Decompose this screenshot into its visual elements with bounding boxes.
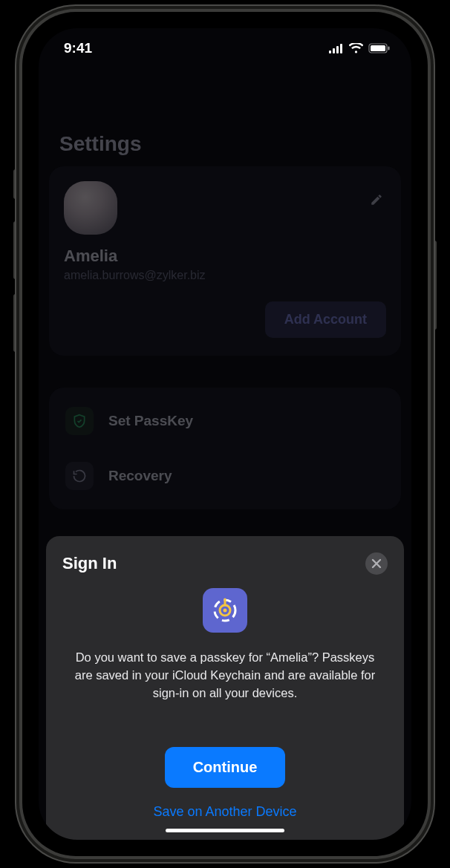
screen: Settings Amelia amelia.burrows@zylker.bi… — [39, 28, 411, 840]
signin-sheet: Sign In Do you want to save a passkey fo… — [46, 536, 404, 840]
settings-list: Set PassKey Recovery — [49, 388, 401, 509]
continue-button[interactable]: Continue — [165, 747, 286, 788]
profile-name: Amelia — [64, 247, 386, 266]
sheet-title: Sign In — [62, 554, 117, 573]
svg-rect-2 — [336, 46, 339, 53]
volume-up-button — [13, 221, 18, 279]
battery-icon — [368, 43, 391, 53]
passkey-app-icon — [203, 588, 247, 633]
avatar[interactable] — [64, 181, 117, 235]
page-title: Settings — [59, 132, 141, 156]
svg-rect-0 — [329, 50, 331, 53]
volume-down-button — [13, 294, 18, 352]
svg-rect-5 — [371, 45, 385, 51]
svg-rect-6 — [388, 47, 390, 50]
ringer-switch — [13, 169, 18, 199]
status-bar: 9:41 — [39, 28, 411, 68]
svg-rect-3 — [340, 44, 342, 53]
sheet-body-text: Do you want to save a passkey for “Ameli… — [62, 649, 388, 702]
list-item-recovery[interactable]: Recovery — [49, 448, 401, 503]
add-account-button[interactable]: Add Account — [265, 301, 386, 338]
home-indicator[interactable] — [166, 829, 284, 832]
status-time: 9:41 — [64, 40, 92, 56]
phone-frame: Settings Amelia amelia.burrows@zylker.bi… — [22, 12, 428, 856]
shield-check-icon — [65, 407, 94, 435]
sheet-header: Sign In — [62, 552, 388, 575]
svg-point-9 — [224, 609, 227, 613]
cellular-icon — [329, 44, 344, 53]
recovery-loop-icon — [65, 462, 94, 490]
profile-card: Amelia amelia.burrows@zylker.biz Add Acc… — [49, 166, 401, 356]
save-another-device-link[interactable]: Save on Another Device — [62, 804, 388, 820]
close-icon[interactable] — [365, 552, 388, 575]
wifi-icon — [349, 43, 363, 53]
list-item-label: Recovery — [108, 468, 172, 484]
svg-rect-1 — [333, 48, 335, 53]
edit-icon[interactable] — [370, 193, 383, 209]
status-icons — [329, 43, 391, 53]
profile-email: amelia.burrows@zylker.biz — [64, 269, 386, 282]
list-item-label: Set PassKey — [108, 413, 193, 429]
power-button — [432, 241, 437, 330]
list-item-passkey[interactable]: Set PassKey — [49, 394, 401, 448]
